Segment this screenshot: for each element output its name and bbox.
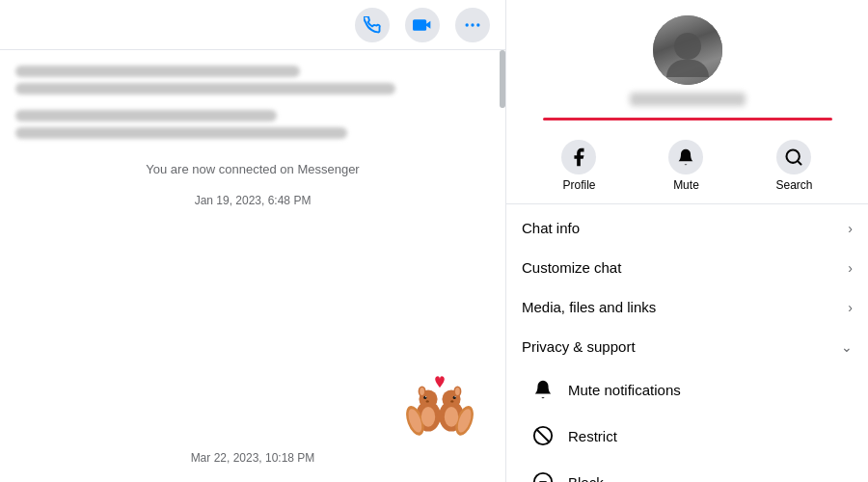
video-call-button[interactable] [405, 8, 440, 42]
svg-point-8 [425, 396, 426, 397]
svg-point-27 [534, 473, 552, 482]
mute-icon [676, 147, 695, 167]
avatar-inner [653, 15, 722, 85]
blurred-line-1 [15, 66, 300, 77]
svg-line-24 [798, 161, 801, 165]
profile-underline [543, 118, 832, 120]
customize-chat-chevron: › [848, 260, 853, 276]
timestamp-2: Mar 22, 2023, 10:18 PM [15, 449, 490, 467]
menu-section: Chat info › Customize chat › Media, file… [506, 204, 868, 482]
svg-point-17 [454, 396, 455, 397]
block-label: Block [568, 474, 604, 483]
profile-action-profile[interactable]: Profile [561, 140, 596, 192]
mute-label: Mute [673, 178, 699, 192]
sticker-squirrels [401, 361, 478, 438]
scrollbar-track[interactable] [500, 50, 505, 482]
svg-point-0 [466, 23, 469, 26]
media-chevron: › [848, 300, 853, 315]
profile-section [506, 0, 868, 128]
profile-name-blur [630, 93, 746, 106]
blurred-line-4 [15, 127, 347, 139]
svg-point-9 [426, 400, 429, 402]
blurred-messages [15, 66, 490, 139]
media-label: Media, files and links [522, 299, 656, 315]
svg-point-6 [420, 388, 424, 395]
svg-point-22 [445, 407, 458, 427]
sub-item-mute-notifications[interactable]: Mute notifications [506, 366, 868, 413]
privacy-label: Privacy & support [522, 338, 636, 355]
restrict-label: Restrict [568, 428, 617, 444]
menu-item-customize-chat[interactable]: Customize chat › [506, 248, 868, 287]
chat-panel: You are now connected on Messenger Jan 1… [0, 0, 506, 482]
blurred-line-3 [15, 110, 277, 121]
mute-notifications-icon [529, 376, 556, 403]
menu-item-media[interactable]: Media, files and links › [506, 287, 868, 327]
sub-item-restrict[interactable]: Restrict [506, 413, 868, 459]
svg-point-15 [455, 388, 460, 395]
svg-point-21 [421, 407, 435, 427]
profile-action-mute[interactable]: Mute [668, 140, 703, 192]
profile-icon-circle [561, 140, 596, 174]
avatar [653, 15, 722, 85]
timestamp-1: Jan 19, 2023, 6:48 PM [15, 192, 490, 209]
profile-label: Profile [562, 178, 595, 192]
privacy-chevron: ⌄ [841, 339, 853, 355]
svg-point-2 [476, 23, 479, 26]
info-panel: Profile Mute Search Chat info › [506, 0, 868, 482]
privacy-expanded-section: Mute notifications Restrict [506, 366, 868, 482]
sub-item-block[interactable]: Block [506, 459, 868, 482]
block-icon [529, 469, 556, 482]
svg-point-18 [450, 400, 453, 402]
system-message: You are now connected on Messenger [15, 158, 490, 180]
scrollbar-thumb[interactable] [500, 50, 505, 108]
chat-info-label: Chat info [522, 220, 580, 236]
sticker-message [15, 361, 490, 438]
menu-item-chat-info[interactable]: Chat info › [506, 208, 868, 248]
profile-icon [568, 147, 589, 168]
mute-icon-circle [668, 140, 703, 174]
menu-item-privacy[interactable]: Privacy & support ⌄ [506, 327, 868, 366]
svg-line-26 [537, 430, 550, 442]
svg-point-1 [471, 23, 474, 26]
profile-action-search[interactable]: Search [775, 140, 812, 192]
restrict-icon [529, 422, 556, 449]
search-icon [784, 147, 803, 167]
search-label: Search [775, 178, 812, 192]
search-icon-circle [776, 140, 811, 174]
voice-call-button[interactable] [355, 8, 390, 42]
chat-info-chevron: › [848, 221, 853, 236]
more-options-button[interactable] [455, 8, 490, 42]
mute-notifications-label: Mute notifications [568, 382, 681, 398]
blurred-line-2 [15, 83, 395, 94]
profile-actions: Profile Mute Search [506, 128, 868, 204]
chat-header [0, 0, 505, 50]
chat-messages: You are now connected on Messenger Jan 1… [0, 50, 505, 482]
customize-chat-label: Customize chat [522, 259, 621, 276]
